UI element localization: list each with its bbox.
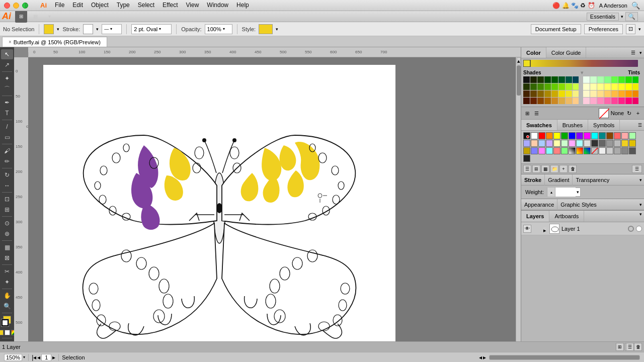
- search-workspace-icon[interactable]: 🔍: [625, 12, 638, 21]
- layers-tab[interactable]: Layers: [521, 211, 549, 222]
- zoom-dropdown-arrow[interactable]: ▾: [23, 355, 25, 359]
- v-scrollbar-thumb[interactable]: [517, 65, 521, 96]
- fill-swatch[interactable]: [44, 24, 54, 34]
- color-panel-expand[interactable]: ▾: [637, 49, 644, 56]
- swatch-green[interactable]: [561, 132, 568, 139]
- panel-options-arrow[interactable]: ▾: [638, 27, 641, 32]
- page-first-btn[interactable]: |◂: [32, 354, 36, 361]
- color-tab[interactable]: Color: [521, 47, 546, 58]
- swatch-refresh-icon[interactable]: ↻: [625, 109, 633, 117]
- swatch-lightgreen[interactable]: [629, 132, 636, 139]
- appearance-panel-menu[interactable]: ▾: [637, 201, 644, 208]
- swatch-darkgray[interactable]: [591, 140, 598, 147]
- swatch-gradient1[interactable]: [569, 147, 576, 154]
- page-prev-btn[interactable]: ◂: [37, 354, 40, 361]
- line-tool[interactable]: /: [1, 122, 13, 132]
- menu-window[interactable]: Window: [203, 1, 232, 10]
- swatch-darksilver[interactable]: [621, 147, 628, 154]
- swatch-add-icon[interactable]: +: [634, 109, 642, 117]
- fill-indicator[interactable]: [0, 330, 4, 335]
- swatch-show-find[interactable]: ⊞: [532, 165, 540, 173]
- swatch-lightcyan[interactable]: [576, 140, 583, 147]
- swatch-red[interactable]: [538, 132, 545, 139]
- swatches-tab[interactable]: Swatches: [521, 120, 557, 130]
- lasso-tool[interactable]: ⌒: [1, 84, 13, 94]
- swatch-folder-icon[interactable]: 📁: [550, 165, 558, 173]
- swatch-lavender[interactable]: [546, 140, 553, 147]
- swatch-salmon[interactable]: [553, 147, 560, 154]
- document-tab[interactable]: × Butterfly.ai @ 150% (RGB/Preview): [2, 37, 107, 47]
- swatch-periwinkle[interactable]: [531, 147, 538, 154]
- stroke-indicator[interactable]: [5, 330, 10, 335]
- swatch-pink[interactable]: [621, 132, 628, 139]
- swatch-yellow2[interactable]: [621, 140, 628, 147]
- essentials-dropdown[interactable]: ▾: [621, 14, 623, 19]
- swatch-yellow[interactable]: [553, 132, 560, 139]
- arrange-icon[interactable]: ▦: [29, 11, 41, 23]
- swatch-white[interactable]: [531, 132, 538, 139]
- swatch-lime[interactable]: [561, 147, 568, 154]
- swatch-gradient2[interactable]: [576, 147, 583, 154]
- stroke-tab[interactable]: Stroke: [521, 174, 545, 186]
- layer-expand-arrow[interactable]: ▸: [543, 227, 546, 230]
- appearance-tab[interactable]: Appearance: [521, 199, 557, 210]
- direct-selection-tool[interactable]: ↗: [1, 60, 13, 70]
- graphic-styles-tab[interactable]: Graphic Styles: [557, 199, 600, 210]
- brush-dropdown[interactable]: 2 pt. Oval ▾: [131, 24, 172, 34]
- reflect-tool[interactable]: ↔: [1, 180, 13, 191]
- transparency-tab[interactable]: Transparency: [573, 174, 612, 186]
- swatch-view-icon[interactable]: ☰: [532, 109, 540, 117]
- layers-options-icon[interactable]: ☰: [626, 343, 634, 351]
- scroll-up-btn[interactable]: ▴: [517, 57, 521, 64]
- zoom-value[interactable]: 150%: [4, 354, 22, 361]
- style-swatch[interactable]: [259, 24, 273, 34]
- color-panel-menu[interactable]: ☰: [629, 49, 637, 56]
- stroke-weight-input[interactable]: —▾: [102, 24, 122, 34]
- workspace-icon[interactable]: ⊞: [15, 11, 27, 23]
- swatch-lightyellow[interactable]: [553, 140, 560, 147]
- swatch-magenta[interactable]: [584, 132, 591, 139]
- swatch-skyblue[interactable]: [538, 140, 545, 147]
- pencil-tool[interactable]: ✏: [1, 156, 13, 166]
- selection-tool[interactable]: ↖: [1, 49, 13, 59]
- swatch-teal[interactable]: [599, 132, 606, 139]
- swatch-charcoal[interactable]: [629, 147, 636, 154]
- swatch-orchid[interactable]: [538, 147, 545, 154]
- weight-unit-dropdown[interactable]: ▾: [576, 190, 580, 195]
- swatch-lib-icon[interactable]: ☰: [523, 165, 531, 173]
- swatch-aqua[interactable]: [546, 147, 553, 154]
- menu-type[interactable]: Type: [113, 1, 134, 10]
- menu-edit[interactable]: Edit: [68, 1, 87, 10]
- swatch-peach[interactable]: [531, 140, 538, 147]
- weight-input[interactable]: [555, 188, 576, 197]
- swatch-blue[interactable]: [569, 132, 576, 139]
- panel-toggle-btn[interactable]: ⊡: [626, 24, 635, 34]
- reshape-tool[interactable]: ⊞: [1, 205, 13, 215]
- zoom-tool[interactable]: 🔍: [1, 301, 13, 311]
- swatch-cyan[interactable]: [591, 132, 598, 139]
- nav-left-btn[interactable]: ◂: [479, 354, 482, 361]
- canvas-area[interactable]: 0 50 100 150 200 250 300 350 400 450 500…: [14, 47, 521, 352]
- weight-decrement[interactable]: ▴: [547, 188, 555, 197]
- scissors-tool[interactable]: ✂: [1, 266, 13, 277]
- swatch-lightmagenta[interactable]: [569, 140, 576, 147]
- search-icon[interactable]: 🔍: [631, 2, 640, 10]
- paintbrush-tool[interactable]: 🖌: [1, 146, 13, 156]
- fill-options[interactable]: ▾: [57, 27, 59, 32]
- preferences-btn[interactable]: Preferences: [584, 24, 623, 34]
- swatch-delete-icon[interactable]: 🗑: [569, 165, 577, 173]
- swatch-medgray[interactable]: [606, 140, 613, 147]
- pen-tool[interactable]: ✒: [1, 98, 13, 108]
- menu-view[interactable]: View: [182, 1, 203, 10]
- swatches-menu[interactable]: ☰: [636, 122, 644, 129]
- v-scrollbar[interactable]: ▴: [516, 57, 521, 342]
- swatch-list-icon[interactable]: ⊞: [523, 109, 531, 117]
- style-arrow[interactable]: ▾: [276, 27, 278, 32]
- scale-tool[interactable]: ⊡: [1, 194, 13, 204]
- stroke-options[interactable]: ▾: [96, 27, 99, 32]
- menu-object[interactable]: Object: [87, 1, 113, 10]
- layers-menu[interactable]: ▾: [637, 211, 644, 222]
- swatch-lightred[interactable]: [614, 132, 621, 139]
- swatch-midsilver[interactable]: [614, 147, 621, 154]
- brushes-tab[interactable]: Brushes: [557, 120, 588, 130]
